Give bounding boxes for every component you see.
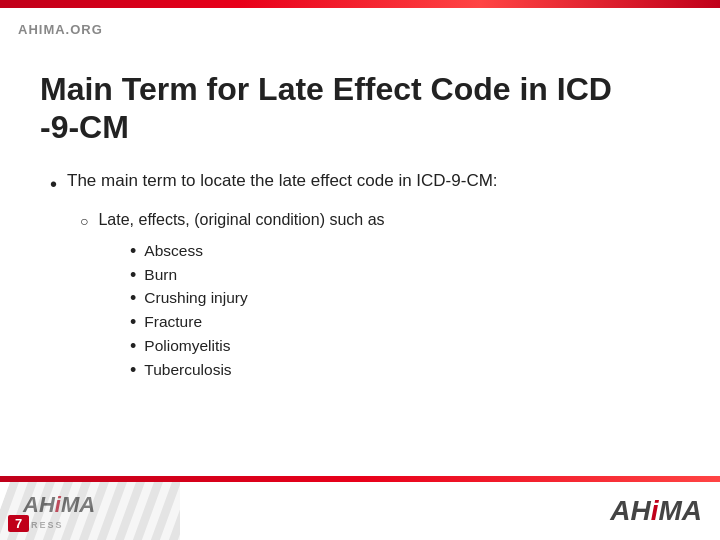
list-dot: • <box>130 313 136 333</box>
list-item-text: Crushing injury <box>144 289 247 307</box>
main-bullet: • The main term to locate the late effec… <box>50 171 680 197</box>
bullet-dot: • <box>50 171 57 197</box>
list-dot: • <box>130 289 136 309</box>
list-dot: • <box>130 266 136 286</box>
slide-title: Main Term for Late Effect Code in ICD -9… <box>40 70 680 147</box>
list-dot: • <box>130 361 136 381</box>
list-item: •Abscess <box>130 242 680 262</box>
ahima-right-logo: AHiMA <box>610 495 702 527</box>
bullet-section: • The main term to locate the late effec… <box>50 171 680 381</box>
circle-bullet: ○ <box>80 211 88 232</box>
top-red-bar <box>0 0 720 8</box>
list-item-text: Tuberculosis <box>144 361 231 379</box>
page-number: 7 <box>8 515 29 532</box>
list-item: •Burn <box>130 266 680 286</box>
main-bullet-text: The main term to locate the late effect … <box>67 171 498 191</box>
title-line1: Main Term for Late Effect Code in ICD <box>40 71 612 107</box>
footer: AHiMA PRESS AHiMA <box>0 482 720 540</box>
right-logo-ah: AH <box>610 495 650 526</box>
title-line2: -9-CM <box>40 109 129 145</box>
list-item-text: Abscess <box>144 242 203 260</box>
list-items: •Abscess•Burn•Crushing injury•Fracture•P… <box>130 242 680 381</box>
list-item: •Poliomyelitis <box>130 337 680 357</box>
ahima-org-logo: AHIMA.ORG <box>18 22 103 37</box>
list-item: •Crushing injury <box>130 289 680 309</box>
list-item-text: Poliomyelitis <box>144 337 230 355</box>
header: AHIMA.ORG <box>0 8 720 50</box>
sub-bullet-text: Late, effects, (original condition) such… <box>98 211 384 229</box>
list-dot: • <box>130 242 136 262</box>
list-dot: • <box>130 337 136 357</box>
sub-bullet: ○ Late, effects, (original condition) su… <box>80 211 680 232</box>
list-item-text: Fracture <box>144 313 202 331</box>
main-content: Main Term for Late Effect Code in ICD -9… <box>0 50 720 480</box>
list-item-text: Burn <box>144 266 177 284</box>
list-item: •Fracture <box>130 313 680 333</box>
list-item: •Tuberculosis <box>130 361 680 381</box>
right-logo-ma: MA <box>658 495 702 526</box>
